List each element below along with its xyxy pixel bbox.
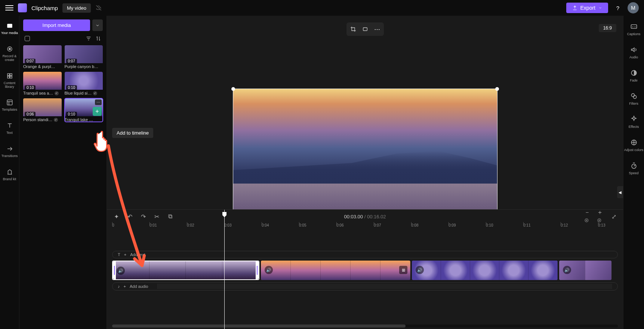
- media-thumb-2[interactable]: 0:10 Tranquil sea a…✓: [23, 72, 62, 95]
- collapse-right-panel[interactable]: ◀: [617, 186, 623, 198]
- panel-filters[interactable]: Filters: [623, 90, 644, 107]
- audio-track-placeholder[interactable]: ♪ + Add audio: [112, 282, 618, 290]
- brand-name: Clipchamp: [31, 5, 58, 11]
- transitions-icon: [6, 145, 14, 153]
- canvas-more-button[interactable]: ⋯: [372, 24, 382, 34]
- playhead[interactable]: [224, 210, 225, 329]
- clip-transition-icon[interactable]: ⊞: [399, 266, 407, 274]
- clip-audio-icon[interactable]: 🔊: [416, 266, 424, 274]
- text-track-placeholder[interactable]: T + Add text: [112, 251, 618, 258]
- import-media-dropdown[interactable]: [92, 19, 103, 31]
- menu-icon[interactable]: [5, 4, 13, 12]
- project-name-tab[interactable]: My video: [62, 3, 91, 13]
- timeline-ruler[interactable]: 0 0:01 0:02 0:03 0:04 0:05 0:06 0:07 0:0…: [112, 223, 618, 232]
- select-all-checkbox[interactable]: [25, 36, 30, 41]
- undo-button[interactable]: ↶: [126, 212, 134, 221]
- redo-button[interactable]: ↷: [139, 212, 147, 221]
- copy-button[interactable]: ⧉: [166, 212, 174, 221]
- audio-icon: [630, 46, 638, 54]
- clip-audio-icon[interactable]: 🔊: [563, 266, 571, 274]
- export-button-label: Export: [580, 5, 595, 11]
- add-to-timeline-button[interactable]: +: [93, 107, 102, 116]
- timeline-scrollbar[interactable]: [112, 325, 618, 328]
- zoom-in-button[interactable]: ＋⊙: [597, 212, 605, 221]
- panel-effects[interactable]: Effects: [623, 114, 644, 130]
- templates-icon: [6, 98, 14, 107]
- text-track-icon: T: [118, 252, 120, 257]
- panel-adjust-colors[interactable]: Adjust colors: [623, 137, 644, 153]
- nav-transitions[interactable]: Transitions: [0, 143, 19, 160]
- used-check-icon: ✓: [93, 91, 97, 95]
- svg-rect-3: [7, 74, 9, 76]
- svg-rect-10: [631, 25, 637, 28]
- clip-4[interactable]: 🔊: [559, 261, 611, 280]
- used-check-icon: ✓: [54, 118, 58, 122]
- thumb-duration: 0:10: [25, 85, 36, 90]
- nav-content-library[interactable]: Content library: [0, 70, 19, 90]
- resize-handle-tr[interactable]: [495, 87, 499, 91]
- sync-off-icon: [95, 4, 102, 11]
- clip-1[interactable]: 🔊: [112, 261, 259, 280]
- filter-icon[interactable]: [86, 36, 92, 41]
- svg-rect-4: [10, 74, 12, 76]
- import-media-button[interactable]: Import media: [23, 19, 90, 31]
- video-track: 🔊 🔊 ⊞ 🔊 🔊: [112, 261, 618, 280]
- more-icon: ⋯: [374, 26, 380, 33]
- nav-record-create[interactable]: Record & create: [0, 43, 19, 64]
- total-time: 00:16.02: [367, 214, 386, 219]
- clip-2[interactable]: 🔊 ⊞: [261, 261, 410, 280]
- thumb-duration: 0:07: [66, 59, 77, 64]
- fit-button[interactable]: [360, 24, 370, 34]
- clip-trim-left[interactable]: [113, 261, 116, 279]
- panel-fade[interactable]: Fade: [623, 67, 644, 84]
- panel-speed[interactable]: Speed: [623, 160, 644, 176]
- crop-button[interactable]: [348, 24, 358, 34]
- nav-templates[interactable]: Templates: [0, 97, 19, 113]
- audio-track-icon: ♪: [118, 284, 120, 289]
- media-thumb-4[interactable]: 0:06 Person standi…✓: [23, 98, 62, 122]
- split-button[interactable]: ✂: [152, 212, 161, 221]
- zoom-fit-button[interactable]: ⤢: [610, 212, 618, 221]
- thumb-duration: 0:10: [66, 112, 77, 117]
- thumb-more-icon[interactable]: ⋯: [95, 99, 102, 105]
- nav-text[interactable]: Text: [0, 120, 19, 136]
- media-thumb-1[interactable]: 0:07 Purple canyon b…: [65, 45, 103, 69]
- effects-icon: [630, 115, 638, 123]
- media-thumb-5[interactable]: ⋯ + 0:10 Tranquil lake …: [65, 98, 103, 122]
- sort-icon[interactable]: [95, 36, 101, 41]
- clip-3[interactable]: 🔊: [412, 261, 558, 280]
- avatar[interactable]: M: [628, 2, 639, 13]
- timeline-toolbar: ✦ ↶ ↷ ✂ ⧉ 00:03.00 / 00:16.02 －⊙ ＋⊙ ⤢: [107, 210, 623, 223]
- clip-trim-right[interactable]: [256, 261, 259, 279]
- help-button[interactable]: ?: [613, 3, 623, 13]
- media-thumb-3[interactable]: 0:10 Blue liquid si…✓: [65, 72, 103, 95]
- text-icon: [6, 122, 14, 130]
- canvas-toolbar: ⋯: [346, 22, 384, 36]
- export-button[interactable]: Export: [566, 3, 608, 13]
- svg-rect-0: [7, 24, 12, 28]
- svg-point-13: [633, 95, 636, 98]
- add-track-button[interactable]: ✦: [112, 212, 120, 221]
- clip-audio-icon[interactable]: 🔊: [117, 267, 125, 275]
- nav-brand-kit[interactable]: Brand kit: [0, 166, 19, 183]
- panel-audio[interactable]: Audio: [623, 44, 644, 61]
- media-panel: Import media 0:07 Orange & purpl… 0:07 P…: [19, 16, 107, 329]
- zoom-out-button[interactable]: －⊙: [584, 212, 592, 221]
- thumb-duration: 0:06: [25, 112, 36, 117]
- current-time: 00:03.00: [344, 214, 363, 219]
- clip-audio-icon[interactable]: 🔊: [265, 266, 273, 274]
- aspect-ratio-button[interactable]: 16:9: [599, 24, 616, 32]
- media-grid: 0:07 Orange & purpl… 0:07 Purple canyon …: [23, 45, 103, 122]
- speed-icon: [630, 162, 638, 170]
- panel-captions[interactable]: Captions: [623, 21, 644, 37]
- top-bar: Clipchamp My video Export ? M: [0, 0, 644, 16]
- media-icon: [6, 22, 14, 30]
- library-icon: [6, 72, 14, 80]
- svg-rect-5: [7, 76, 9, 78]
- upload-icon: [572, 5, 577, 10]
- media-thumb-0[interactable]: 0:07 Orange & purpl…: [23, 45, 62, 69]
- nav-your-media[interactable]: Your media: [0, 20, 19, 37]
- resize-handle-tl[interactable]: [231, 87, 235, 91]
- timeline-scrollbar-thumb[interactable]: [112, 325, 406, 328]
- fit-icon: [362, 26, 368, 32]
